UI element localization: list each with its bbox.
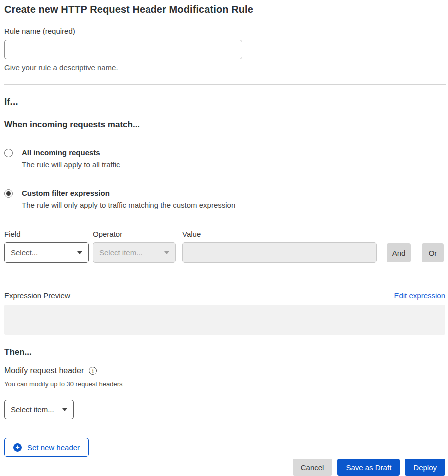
chevron-down-icon	[164, 251, 169, 254]
cancel-button[interactable]: Cancel	[293, 459, 333, 476]
field-label: Field	[4, 230, 93, 238]
radio-all-incoming-desc: The rule will apply to all traffic	[22, 160, 120, 169]
header-limit-note: You can modify up to 30 request headers	[4, 380, 445, 388]
footer-actions: Cancel Save as Draft Deploy	[4, 459, 445, 476]
operator-select-value: Select item...	[99, 248, 143, 257]
expression-preview-label: Expression Preview	[4, 291, 70, 300]
modify-header-row: Modify request header i	[4, 366, 445, 375]
radio-option-text: All incoming requests The rule will appl…	[22, 148, 120, 169]
radio-option-custom-filter[interactable]: Custom filter expression The rule will o…	[4, 189, 445, 209]
rule-name-label: Rule name (required)	[4, 27, 445, 35]
header-action-select[interactable]: Select item...	[4, 400, 74, 419]
set-new-header-button[interactable]: + Set new header	[4, 438, 89, 457]
modify-request-header-label: Modify request header	[4, 366, 84, 375]
match-heading: When incoming requests match...	[4, 120, 445, 130]
info-icon[interactable]: i	[89, 367, 97, 375]
create-rule-form: Create new HTTP Request Header Modificat…	[0, 0, 448, 476]
and-button[interactable]: And	[387, 243, 411, 262]
operator-label: Operator	[93, 230, 182, 238]
expression-builder-row: Field Select... Operator Select item... …	[4, 230, 445, 263]
section-divider	[4, 84, 446, 85]
or-button[interactable]: Or	[422, 243, 444, 262]
expression-preview-box	[4, 305, 445, 335]
expression-preview-header: Expression Preview Edit expression	[4, 291, 445, 300]
radio-option-all-incoming[interactable]: All incoming requests The rule will appl…	[4, 148, 445, 169]
operator-select: Select item...	[93, 242, 176, 263]
edit-expression-link[interactable]: Edit expression	[394, 291, 445, 300]
chevron-down-icon	[77, 251, 82, 254]
field-column: Field Select...	[4, 230, 93, 263]
operator-column: Operator Select item...	[93, 230, 182, 263]
radio-custom-filter-desc: The rule will only apply to traffic matc…	[22, 201, 235, 209]
value-label: Value	[182, 230, 387, 238]
rule-name-input[interactable]	[4, 40, 242, 59]
radio-custom-filter-label: Custom filter expression	[22, 189, 235, 197]
chevron-down-icon	[62, 408, 67, 411]
then-heading: Then...	[4, 347, 445, 357]
value-column: Value	[182, 230, 387, 263]
radio-all-incoming-label: All incoming requests	[22, 148, 120, 157]
value-input	[182, 242, 377, 263]
field-select[interactable]: Select...	[4, 242, 89, 263]
header-action-select-value: Select item...	[11, 405, 54, 414]
radio-all-incoming[interactable]	[4, 149, 13, 157]
deploy-button[interactable]: Deploy	[405, 459, 445, 476]
save-as-draft-button[interactable]: Save as Draft	[337, 459, 400, 476]
radio-custom-filter[interactable]	[4, 189, 13, 198]
page-title: Create new HTTP Request Header Modificat…	[4, 4, 445, 15]
field-select-value: Select...	[11, 248, 38, 257]
plus-circle-icon: +	[13, 443, 22, 452]
radio-option-text: Custom filter expression The rule will o…	[22, 189, 235, 209]
set-new-header-label: Set new header	[27, 443, 80, 452]
if-heading: If...	[4, 96, 445, 107]
rule-name-help: Give your rule a descriptive name.	[4, 63, 445, 72]
